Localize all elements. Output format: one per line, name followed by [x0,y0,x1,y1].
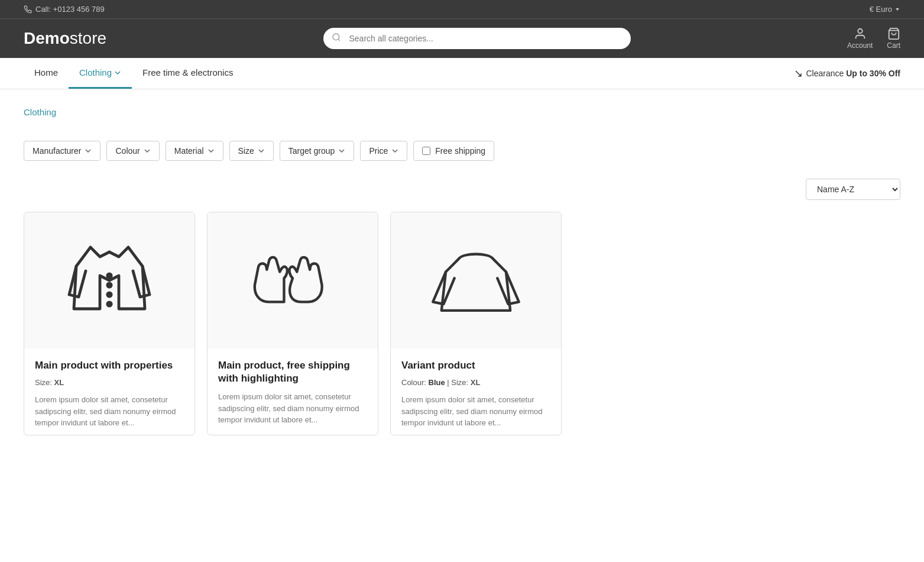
product-title-3: Variant product [401,359,550,372]
phone-info: Call: +0123 456 789 [24,5,105,14]
filter-manufacturer[interactable]: Manufacturer [24,141,100,161]
product-image-2 [208,212,378,348]
cart-icon [887,27,900,40]
product-desc-1: Lorem ipsum dolor sit amet, consetetur s… [35,394,184,429]
product-card-1[interactable]: Main product with properties Size: XL Lo… [24,212,195,435]
filter-price[interactable]: Price [360,141,407,161]
chevron-down-icon [258,147,265,154]
nav-item-freetime[interactable]: Free time & electronics [132,58,244,89]
product-title-1: Main product with properties [35,359,184,372]
svg-point-2 [858,29,862,33]
breadcrumb: Clothing [24,107,900,117]
chevron-down-icon [208,147,215,154]
product-desc-2: Lorem ipsum dolor sit amet, consetetur s… [218,391,367,426]
chevron-down-icon [144,147,151,154]
top-bar: Call: +0123 456 789 € Euro [0,0,924,18]
nav-item-home[interactable]: Home [24,58,69,89]
logo[interactable]: Demostore [24,29,106,48]
filter-target-group[interactable]: Target group [280,141,355,161]
nav-item-clothing[interactable]: Clothing [69,58,132,89]
account-button[interactable]: Account [847,27,873,50]
phone-number: Call: +0123 456 789 [35,5,105,14]
product-image-1 [24,212,194,348]
account-icon [854,27,867,40]
svg-point-7 [108,302,111,306]
chevron-down-icon [114,69,121,76]
product-info-3: Variant product Colour: Blue | Size: XL … [391,348,561,435]
product-info-2: Main product, free shipping with highlig… [208,348,378,432]
filters-bar: Manufacturer Colour Material Size Target… [24,141,900,161]
filter-material[interactable]: Material [166,141,223,161]
product-grid: Main product with properties Size: XL Lo… [24,212,900,435]
cart-label: Cart [887,41,900,50]
logo-store: store [70,29,106,47]
currency-selector[interactable]: € Euro [870,5,900,14]
search-icon [332,33,341,44]
product-card-3[interactable]: Variant product Colour: Blue | Size: XL … [390,212,562,435]
product-desc-3: Lorem ipsum dolor sit amet, consetetur s… [401,394,550,429]
svg-point-5 [108,283,111,287]
header: Demostore Account Cart [0,18,924,58]
search-input[interactable] [323,28,631,49]
phone-icon [24,5,32,14]
logo-demo: Demo [24,29,70,47]
clearance-label: Clearance Up to 30% Off [806,69,901,78]
svg-point-0 [333,34,339,40]
product-props-1: Size: XL [35,378,184,387]
chevron-down-icon [894,7,900,12]
jacket-icon [62,233,157,328]
mittens-icon [245,233,340,328]
search-bar [323,28,631,49]
account-label: Account [847,41,873,50]
chevron-down-icon [391,147,398,154]
nav: Home Clothing Free time & electronics ↘ … [0,58,924,89]
cart-button[interactable]: Cart [887,27,900,50]
free-shipping-filter[interactable]: Free shipping [413,141,494,161]
sort-bar: Name A-Z Name Z-A Price low to high Pric… [24,179,900,200]
sweater-icon [429,233,523,328]
product-card-2[interactable]: Main product, free shipping with highlig… [207,212,378,435]
chevron-down-icon [338,147,345,154]
nav-left: Home Clothing Free time & electronics [24,58,244,89]
svg-line-1 [338,39,340,41]
filter-size[interactable]: Size [229,141,274,161]
product-image-3 [391,212,561,348]
nav-clearance: ↘ Clearance Up to 30% Off [794,67,901,80]
product-title-2: Main product, free shipping with highlig… [218,359,367,385]
product-props-3: Colour: Blue | Size: XL [401,378,550,387]
header-actions: Account Cart [847,27,900,50]
filter-colour[interactable]: Colour [106,141,159,161]
svg-point-4 [108,274,111,277]
sort-select[interactable]: Name A-Z Name Z-A Price low to high Pric… [806,179,900,200]
product-info-1: Main product with properties Size: XL Lo… [24,348,194,435]
chevron-down-icon [85,147,92,154]
svg-point-6 [108,293,111,296]
page-content: Clothing Manufacturer Colour Material Si… [0,89,924,453]
free-shipping-checkbox[interactable] [422,147,430,155]
sale-icon: ↘ [794,67,803,80]
